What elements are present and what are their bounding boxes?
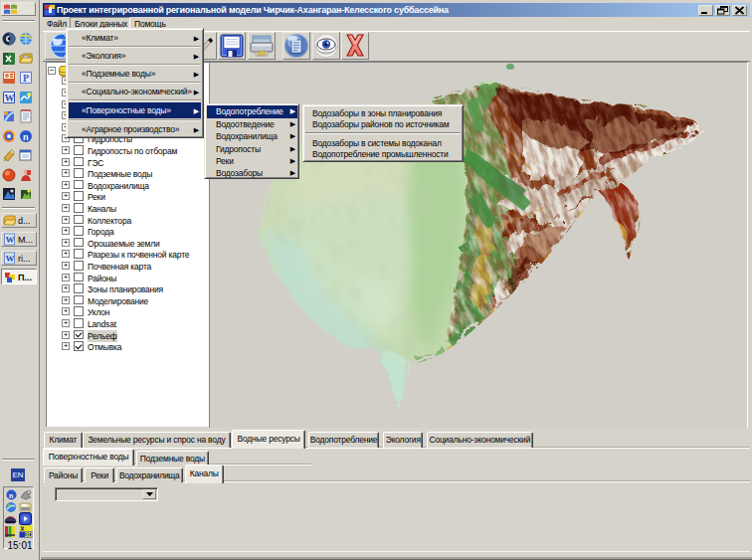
svg-text:W: W [6,254,15,264]
svg-text:n: n [23,132,28,142]
svg-text:3D: 3D [25,531,33,538]
svg-text:W: W [6,235,15,245]
svg-text:P: P [23,73,29,84]
svg-text:n: n [9,492,13,499]
svg-text:W: W [5,93,15,103]
